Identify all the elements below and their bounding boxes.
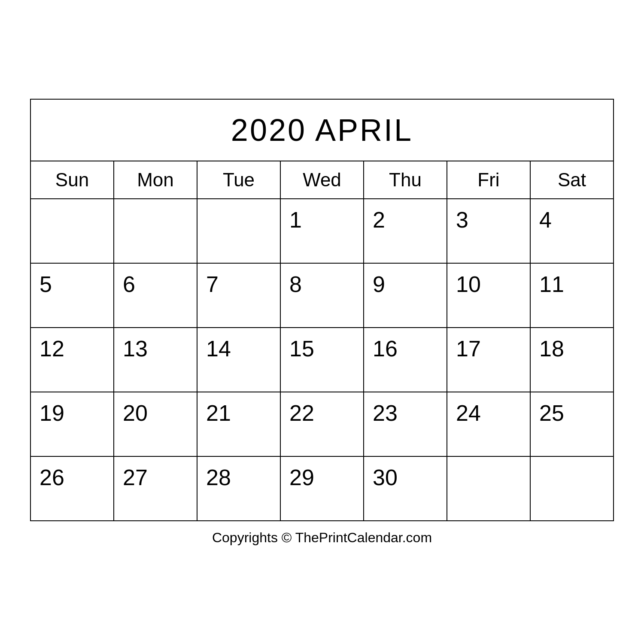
- day-cell-w2-tue: 7: [197, 263, 280, 328]
- calendar-table: 2020 APRIL Sun Mon Tue Wed Thu Fri Sat 1…: [30, 99, 614, 521]
- day-cell-w3-thu: 16: [364, 328, 447, 392]
- day-cell-w3-sun: 12: [30, 328, 114, 392]
- day-cell-w5-wed: 29: [280, 456, 364, 521]
- day-cell-w3-fri: 17: [447, 328, 530, 392]
- day-cell-w1-sat: 4: [530, 199, 614, 263]
- day-cell-w2-sat: 11: [530, 263, 614, 328]
- day-cell-w5-mon: 27: [114, 456, 197, 521]
- header-sun: Sun: [30, 161, 114, 199]
- day-cell-w2-fri: 10: [447, 263, 530, 328]
- day-cell-w1-wed: 1: [280, 199, 364, 263]
- header-wed: Wed: [280, 161, 364, 199]
- copyright-text: Copyrights © ThePrintCalendar.com: [212, 530, 432, 546]
- day-cell-w4-sat: 25: [530, 392, 614, 456]
- day-cell-w4-wed: 22: [280, 392, 364, 456]
- day-cell-w3-tue: 14: [197, 328, 280, 392]
- day-cell-w4-tue: 21: [197, 392, 280, 456]
- header-fri: Fri: [447, 161, 530, 199]
- day-cell-w5-sun: 26: [30, 456, 114, 521]
- day-cell-w5-sat: [530, 456, 614, 521]
- day-cell-w1-mon: [114, 199, 197, 263]
- day-cell-w5-fri: [447, 456, 530, 521]
- day-cell-w1-thu: 2: [364, 199, 447, 263]
- day-cell-w2-wed: 8: [280, 263, 364, 328]
- day-cell-w1-fri: 3: [447, 199, 530, 263]
- day-cell-w2-sun: 5: [30, 263, 114, 328]
- day-cell-w4-mon: 20: [114, 392, 197, 456]
- day-cell-w4-thu: 23: [364, 392, 447, 456]
- week-row-4: 19 20 21 22 23 24 25: [30, 392, 614, 456]
- week-row-1: 1 2 3 4: [30, 199, 614, 263]
- header-mon: Mon: [114, 161, 197, 199]
- day-cell-w3-sat: 18: [530, 328, 614, 392]
- header-thu: Thu: [364, 161, 447, 199]
- calendar-title: 2020 APRIL: [30, 99, 614, 161]
- day-cell-w2-thu: 9: [364, 263, 447, 328]
- calendar-title-row: 2020 APRIL: [30, 99, 614, 161]
- day-cell-w1-sun: [30, 199, 114, 263]
- day-cell-w4-fri: 24: [447, 392, 530, 456]
- calendar-header-row: Sun Mon Tue Wed Thu Fri Sat: [30, 161, 614, 199]
- day-cell-w1-tue: [197, 199, 280, 263]
- week-row-2: 5 6 7 8 9 10 11: [30, 263, 614, 328]
- calendar-wrapper: 2020 APRIL Sun Mon Tue Wed Thu Fri Sat 1…: [30, 99, 614, 546]
- day-cell-w3-wed: 15: [280, 328, 364, 392]
- day-cell-w5-thu: 30: [364, 456, 447, 521]
- day-cell-w4-sun: 19: [30, 392, 114, 456]
- day-cell-w5-tue: 28: [197, 456, 280, 521]
- day-cell-w3-mon: 13: [114, 328, 197, 392]
- day-cell-w2-mon: 6: [114, 263, 197, 328]
- week-row-5: 26 27 28 29 30: [30, 456, 614, 521]
- header-tue: Tue: [197, 161, 280, 199]
- week-row-3: 12 13 14 15 16 17 18: [30, 328, 614, 392]
- header-sat: Sat: [530, 161, 614, 199]
